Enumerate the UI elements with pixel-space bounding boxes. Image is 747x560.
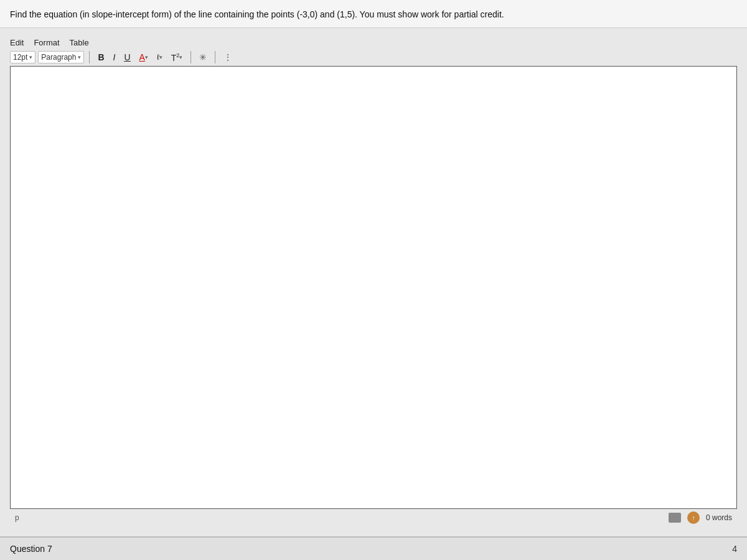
paragraph-indicator: p <box>15 513 19 522</box>
question-number: 4 <box>732 544 737 554</box>
status-right-area: ↑ 0 words <box>669 511 732 524</box>
menu-bar: Edit Format Table <box>10 38 737 47</box>
underline-button[interactable]: U <box>121 51 133 63</box>
t-squared-label: T2 <box>171 52 180 63</box>
t-squared-chevron: ▾ <box>179 54 182 60</box>
editor-container: Edit Format Table 12pt ▾ Paragraph ▾ B I… <box>0 28 747 536</box>
paragraph-chevron: ▾ <box>78 54 81 60</box>
status-bar: p ↑ 0 words <box>10 509 737 526</box>
color-a-label: A <box>139 52 145 62</box>
highlight-button[interactable]: ℓ ▾ <box>154 52 166 63</box>
italic-button[interactable]: I <box>110 51 119 63</box>
toolbar-divider-3 <box>215 51 215 63</box>
menu-table[interactable]: Table <box>70 38 89 47</box>
question-text-area: Find the equation (in slope-intercept fo… <box>0 0 747 28</box>
more-options-button[interactable]: ⋮ <box>220 51 236 63</box>
upload-icon: ↑ <box>687 511 700 524</box>
toolbar-divider-2 <box>190 51 191 63</box>
keyboard-icon <box>669 513 681 523</box>
toolbar-divider-1 <box>89 51 90 63</box>
editor-area[interactable] <box>10 66 737 509</box>
paragraph-select[interactable]: Paragraph ▾ <box>38 51 84 63</box>
color-button[interactable]: A ▾ <box>136 51 151 63</box>
word-count: 0 words <box>706 513 732 522</box>
bottom-section: Question 7 4 <box>0 536 747 560</box>
gear-button[interactable]: ✳ <box>196 51 210 63</box>
font-size-chevron: ▾ <box>29 54 32 60</box>
question-label: Question 7 <box>10 544 52 554</box>
bold-button[interactable]: B <box>95 51 107 63</box>
menu-edit[interactable]: Edit <box>10 38 24 47</box>
color-chevron: ▾ <box>145 54 148 60</box>
font-size-select[interactable]: 12pt ▾ <box>10 51 35 63</box>
superscript-button[interactable]: T2 ▾ <box>168 51 186 64</box>
font-size-value: 12pt <box>13 53 27 62</box>
menu-format[interactable]: Format <box>34 38 59 47</box>
underline-label: U <box>124 52 130 62</box>
question-text: Find the equation (in slope-intercept fo… <box>10 9 504 19</box>
highlight-chevron: ▾ <box>159 54 162 60</box>
toolbar: 12pt ▾ Paragraph ▾ B I U A ▾ ℓ ▾ T2 ▾ ✳ … <box>10 51 737 64</box>
editor-textarea[interactable] <box>11 67 736 508</box>
paragraph-value: Paragraph <box>41 53 76 62</box>
